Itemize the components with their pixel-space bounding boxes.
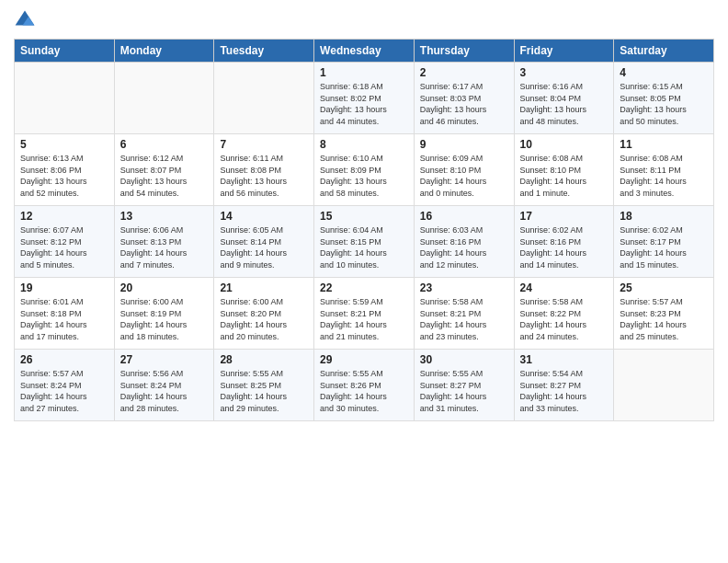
day-info: Sunrise: 6:15 AM Sunset: 8:05 PM Dayligh… bbox=[620, 81, 708, 127]
logo-icon bbox=[14, 9, 36, 31]
day-number: 14 bbox=[220, 210, 308, 223]
day-number: 15 bbox=[320, 210, 408, 223]
day-info: Sunrise: 6:01 AM Sunset: 8:18 PM Dayligh… bbox=[20, 296, 108, 342]
week-row-1: 5Sunrise: 6:13 AM Sunset: 8:06 PM Daylig… bbox=[15, 134, 714, 206]
weekday-header-saturday: Saturday bbox=[614, 40, 714, 63]
day-number: 24 bbox=[520, 282, 609, 294]
week-row-2: 12Sunrise: 6:07 AM Sunset: 8:12 PM Dayli… bbox=[15, 206, 714, 278]
day-number: 16 bbox=[420, 210, 508, 223]
day-number: 4 bbox=[620, 66, 708, 79]
calendar-cell bbox=[15, 63, 115, 134]
calendar-cell: 27Sunrise: 5:56 AM Sunset: 8:24 PM Dayli… bbox=[114, 350, 214, 421]
day-info: Sunrise: 6:13 AM Sunset: 8:06 PM Dayligh… bbox=[20, 153, 108, 199]
calendar-cell: 12Sunrise: 6:07 AM Sunset: 8:12 PM Dayli… bbox=[15, 206, 115, 278]
calendar-cell: 17Sunrise: 6:02 AM Sunset: 8:16 PM Dayli… bbox=[514, 206, 614, 278]
day-number: 9 bbox=[420, 138, 508, 151]
calendar-cell: 18Sunrise: 6:02 AM Sunset: 8:17 PM Dayli… bbox=[614, 206, 714, 278]
day-info: Sunrise: 6:06 AM Sunset: 8:13 PM Dayligh… bbox=[120, 224, 209, 270]
day-info: Sunrise: 5:58 AM Sunset: 8:22 PM Dayligh… bbox=[520, 296, 609, 342]
day-info: Sunrise: 6:11 AM Sunset: 8:08 PM Dayligh… bbox=[220, 153, 308, 199]
calendar-cell: 3Sunrise: 6:16 AM Sunset: 8:04 PM Daylig… bbox=[514, 63, 614, 134]
day-number: 25 bbox=[620, 282, 708, 294]
day-info: Sunrise: 5:57 AM Sunset: 8:24 PM Dayligh… bbox=[20, 368, 108, 414]
calendar-cell: 20Sunrise: 6:00 AM Sunset: 8:19 PM Dayli… bbox=[114, 278, 214, 350]
calendar-cell: 16Sunrise: 6:03 AM Sunset: 8:16 PM Dayli… bbox=[414, 206, 514, 278]
calendar-cell: 11Sunrise: 6:08 AM Sunset: 8:11 PM Dayli… bbox=[614, 134, 714, 206]
calendar-cell: 23Sunrise: 5:58 AM Sunset: 8:21 PM Dayli… bbox=[414, 278, 514, 350]
day-info: Sunrise: 6:10 AM Sunset: 8:09 PM Dayligh… bbox=[320, 153, 408, 199]
weekday-header-sunday: Sunday bbox=[15, 40, 115, 63]
day-number: 17 bbox=[520, 210, 609, 223]
calendar-cell: 15Sunrise: 6:04 AM Sunset: 8:15 PM Dayli… bbox=[314, 206, 415, 278]
day-info: Sunrise: 5:59 AM Sunset: 8:21 PM Dayligh… bbox=[320, 296, 408, 342]
day-number: 2 bbox=[420, 66, 508, 79]
day-number: 6 bbox=[120, 138, 209, 151]
day-number: 23 bbox=[420, 282, 508, 294]
day-number: 29 bbox=[320, 353, 408, 366]
day-number: 26 bbox=[20, 353, 108, 366]
calendar-cell: 6Sunrise: 6:12 AM Sunset: 8:07 PM Daylig… bbox=[114, 134, 214, 206]
day-number: 30 bbox=[420, 353, 508, 366]
calendar-cell: 19Sunrise: 6:01 AM Sunset: 8:18 PM Dayli… bbox=[15, 278, 115, 350]
day-info: Sunrise: 5:58 AM Sunset: 8:21 PM Dayligh… bbox=[420, 296, 508, 342]
page: SundayMondayTuesdayWednesdayThursdayFrid… bbox=[0, 0, 728, 563]
calendar-cell: 10Sunrise: 6:08 AM Sunset: 8:10 PM Dayli… bbox=[514, 134, 614, 206]
day-number: 13 bbox=[120, 210, 209, 223]
calendar-cell: 31Sunrise: 5:54 AM Sunset: 8:27 PM Dayli… bbox=[514, 350, 614, 421]
day-number: 22 bbox=[320, 282, 408, 294]
calendar-cell: 29Sunrise: 5:55 AM Sunset: 8:26 PM Dayli… bbox=[314, 350, 415, 421]
day-info: Sunrise: 6:08 AM Sunset: 8:10 PM Dayligh… bbox=[520, 153, 609, 199]
day-info: Sunrise: 6:02 AM Sunset: 8:16 PM Dayligh… bbox=[520, 224, 609, 270]
day-number: 12 bbox=[20, 210, 108, 223]
week-row-4: 26Sunrise: 5:57 AM Sunset: 8:24 PM Dayli… bbox=[15, 350, 714, 421]
logo bbox=[14, 9, 40, 31]
day-number: 11 bbox=[620, 138, 708, 151]
weekday-header-thursday: Thursday bbox=[414, 40, 514, 63]
day-number: 8 bbox=[320, 138, 408, 151]
day-number: 31 bbox=[520, 353, 609, 366]
calendar-cell: 26Sunrise: 5:57 AM Sunset: 8:24 PM Dayli… bbox=[15, 350, 115, 421]
weekday-header-tuesday: Tuesday bbox=[214, 40, 314, 63]
calendar-cell bbox=[114, 63, 214, 134]
day-number: 21 bbox=[220, 282, 308, 294]
day-number: 18 bbox=[620, 210, 708, 223]
calendar-cell: 21Sunrise: 6:00 AM Sunset: 8:20 PM Dayli… bbox=[214, 278, 314, 350]
day-number: 1 bbox=[320, 66, 408, 79]
day-info: Sunrise: 6:16 AM Sunset: 8:04 PM Dayligh… bbox=[520, 81, 609, 127]
calendar-cell: 28Sunrise: 5:55 AM Sunset: 8:25 PM Dayli… bbox=[214, 350, 314, 421]
week-row-0: 1Sunrise: 6:18 AM Sunset: 8:02 PM Daylig… bbox=[15, 63, 714, 134]
day-info: Sunrise: 5:56 AM Sunset: 8:24 PM Dayligh… bbox=[120, 368, 209, 414]
calendar-cell bbox=[214, 63, 314, 134]
day-number: 20 bbox=[120, 282, 209, 294]
day-info: Sunrise: 6:00 AM Sunset: 8:19 PM Dayligh… bbox=[120, 296, 209, 342]
day-number: 19 bbox=[20, 282, 108, 294]
day-info: Sunrise: 5:57 AM Sunset: 8:23 PM Dayligh… bbox=[620, 296, 708, 342]
day-number: 27 bbox=[120, 353, 209, 366]
day-number: 3 bbox=[520, 66, 609, 79]
day-info: Sunrise: 6:09 AM Sunset: 8:10 PM Dayligh… bbox=[420, 153, 508, 199]
weekday-header-monday: Monday bbox=[114, 40, 214, 63]
calendar-cell: 7Sunrise: 6:11 AM Sunset: 8:08 PM Daylig… bbox=[214, 134, 314, 206]
day-info: Sunrise: 5:55 AM Sunset: 8:27 PM Dayligh… bbox=[420, 368, 508, 414]
day-info: Sunrise: 5:55 AM Sunset: 8:26 PM Dayligh… bbox=[320, 368, 408, 414]
weekday-header-wednesday: Wednesday bbox=[314, 40, 415, 63]
day-info: Sunrise: 6:18 AM Sunset: 8:02 PM Dayligh… bbox=[320, 81, 408, 127]
calendar: SundayMondayTuesdayWednesdayThursdayFrid… bbox=[14, 39, 714, 421]
calendar-cell: 4Sunrise: 6:15 AM Sunset: 8:05 PM Daylig… bbox=[614, 63, 714, 134]
day-info: Sunrise: 6:03 AM Sunset: 8:16 PM Dayligh… bbox=[420, 224, 508, 270]
week-row-3: 19Sunrise: 6:01 AM Sunset: 8:18 PM Dayli… bbox=[15, 278, 714, 350]
weekday-header-friday: Friday bbox=[514, 40, 614, 63]
day-info: Sunrise: 5:54 AM Sunset: 8:27 PM Dayligh… bbox=[520, 368, 609, 414]
day-info: Sunrise: 6:12 AM Sunset: 8:07 PM Dayligh… bbox=[120, 153, 209, 199]
day-number: 28 bbox=[220, 353, 308, 366]
day-info: Sunrise: 6:07 AM Sunset: 8:12 PM Dayligh… bbox=[20, 224, 108, 270]
weekday-header-row: SundayMondayTuesdayWednesdayThursdayFrid… bbox=[15, 40, 714, 63]
day-number: 7 bbox=[220, 138, 308, 151]
day-info: Sunrise: 6:00 AM Sunset: 8:20 PM Dayligh… bbox=[220, 296, 308, 342]
calendar-cell: 22Sunrise: 5:59 AM Sunset: 8:21 PM Dayli… bbox=[314, 278, 415, 350]
calendar-cell bbox=[614, 350, 714, 421]
calendar-cell: 1Sunrise: 6:18 AM Sunset: 8:02 PM Daylig… bbox=[314, 63, 415, 134]
day-info: Sunrise: 6:17 AM Sunset: 8:03 PM Dayligh… bbox=[420, 81, 508, 127]
calendar-cell: 5Sunrise: 6:13 AM Sunset: 8:06 PM Daylig… bbox=[15, 134, 115, 206]
day-info: Sunrise: 6:05 AM Sunset: 8:14 PM Dayligh… bbox=[220, 224, 308, 270]
